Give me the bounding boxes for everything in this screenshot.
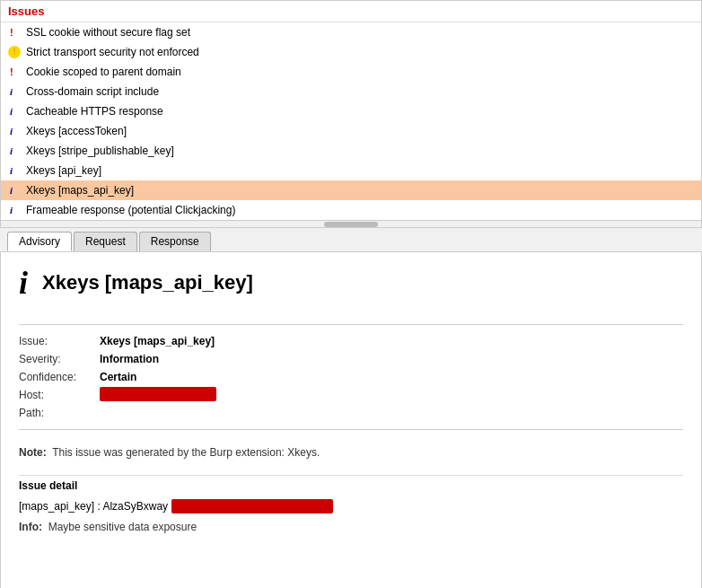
issue-label: Strict transport security not enforced	[26, 46, 199, 58]
path-label: Path:	[19, 405, 100, 421]
issue-label: Cookie scoped to parent domain	[26, 66, 181, 78]
exclaim-orange-icon: !	[8, 46, 21, 58]
list-item[interactable]: i Xkeys [accessToken]	[1, 121, 701, 141]
scroll-thumb	[324, 222, 378, 227]
divider	[19, 475, 683, 476]
confidence-label: Confidence:	[19, 369, 100, 385]
detail-row-confidence: Confidence: Certain	[19, 368, 683, 386]
severity-label: Severity:	[19, 351, 100, 367]
tab-request[interactable]: Request	[74, 232, 137, 251]
issue-label: Issue:	[19, 333, 100, 349]
severity-value: Information	[100, 351, 159, 367]
confidence-value: Certain	[100, 369, 136, 385]
tab-response[interactable]: Response	[139, 232, 211, 251]
list-item[interactable]: ! SSL cookie without secure flag set	[1, 22, 701, 42]
detail-table: Issue: Xkeys [maps_api_key] Severity: In…	[19, 324, 683, 430]
list-item[interactable]: i Frameable response (potential Clickjac…	[1, 200, 701, 220]
info-icon: i	[10, 83, 13, 100]
list-item-selected[interactable]: i Xkeys [maps_api_key]	[1, 180, 701, 200]
host-label: Host:	[19, 387, 100, 403]
issue-label: Xkeys [stripe_publishable_key]	[26, 145, 174, 157]
host-redacted	[100, 387, 216, 401]
issue-detail-header: Issue detail	[19, 479, 683, 492]
key-value-row: [maps_api_key] : AlzaSyBxway	[19, 499, 683, 513]
note-prefix: Note:	[19, 446, 47, 459]
issue-label: Xkeys [api_key]	[26, 164, 101, 177]
detail-row-path: Path:	[19, 404, 683, 422]
list-item[interactable]: i Cross-domain script include	[1, 82, 701, 101]
detail-row-issue: Issue: Xkeys [maps_api_key]	[19, 332, 683, 350]
list-item[interactable]: i Xkeys [stripe_publishable_key]	[1, 141, 701, 161]
issue-label: Cross-domain script include	[26, 85, 159, 98]
tabs-container: Advisory Request Response	[0, 228, 702, 252]
issue-value: Xkeys [maps_api_key]	[100, 333, 215, 349]
exclaim-red-icon: !	[10, 64, 13, 80]
info-icon: i	[10, 143, 13, 159]
issues-list: ! SSL cookie without secure flag set ! S…	[1, 22, 701, 220]
advisory-title-row: i Xkeys [maps_api_key]	[19, 267, 683, 306]
info-icon: i	[10, 162, 13, 179]
exclaim-red-icon: !	[10, 24, 13, 40]
tab-advisory[interactable]: Advisory	[7, 232, 72, 251]
advisory-panel: i Xkeys [maps_api_key] Issue: Xkeys [map…	[0, 252, 702, 588]
issue-label: Frameable response (potential Clickjacki…	[26, 204, 235, 216]
note-section: Note: This issue was generated by the Bu…	[19, 444, 683, 461]
info-icon: i	[10, 103, 13, 119]
note-text: This issue was generated by the Burp ext…	[52, 446, 320, 459]
issue-label: Xkeys [accessToken]	[26, 125, 127, 137]
info-row: Info: Maybe sensitive data exposure	[19, 521, 683, 533]
scrollbar[interactable]	[1, 220, 701, 227]
list-item[interactable]: i Xkeys [api_key]	[1, 161, 701, 180]
advisory-title: Xkeys [maps_api_key]	[42, 271, 253, 294]
detail-row-severity: Severity: Information	[19, 350, 683, 368]
issue-label: Cacheable HTTPS response	[26, 105, 163, 118]
list-item[interactable]: ! Strict transport security not enforced	[1, 42, 701, 62]
info-icon: i	[10, 182, 13, 198]
info-text: Maybe sensitive data exposure	[48, 521, 197, 533]
key-label-text: [maps_api_key] : AlzaSyBxway	[19, 500, 168, 513]
info-icon: i	[10, 123, 13, 139]
info-icon: i	[10, 202, 13, 218]
issue-label: Xkeys [maps_api_key]	[26, 184, 134, 197]
big-info-icon: i	[19, 267, 28, 299]
issues-header: Issues	[1, 1, 701, 22]
list-item[interactable]: ! Cookie scoped to parent domain	[1, 62, 701, 82]
detail-row-host: Host:	[19, 386, 683, 404]
issue-label: SSL cookie without secure flag set	[26, 26, 190, 39]
issues-panel: Issues ! SSL cookie without secure flag …	[0, 0, 702, 228]
info-prefix: Info:	[19, 521, 42, 533]
list-item[interactable]: i Cacheable HTTPS response	[1, 101, 701, 121]
key-redacted	[171, 499, 333, 513]
